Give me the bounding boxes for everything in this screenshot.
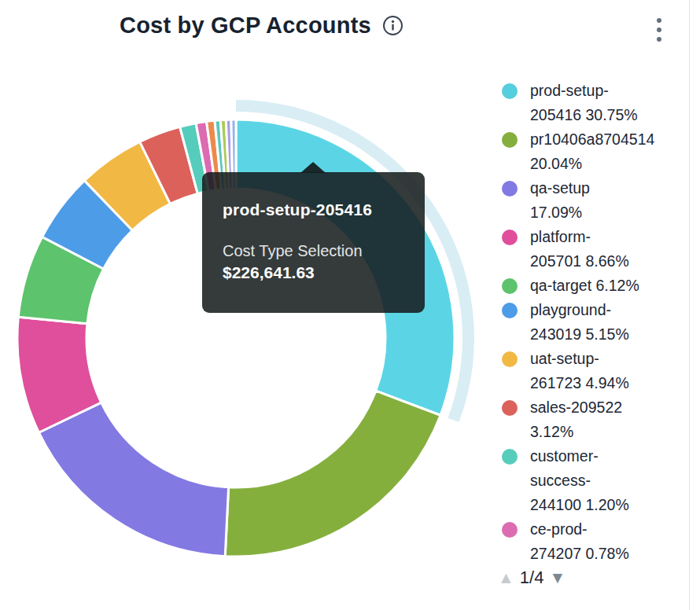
legend-item-prod-setup-205416[interactable]: prod-setup-205416 30.75% xyxy=(502,79,691,127)
tooltip-cost-type-label: Cost Type Selection xyxy=(223,242,404,260)
legend-item-sales-209522[interactable]: sales-2095223.12% xyxy=(502,395,691,444)
legend-item-qa-target[interactable]: qa-target 6.12% xyxy=(502,274,691,298)
legend-item-ce-prod-274207[interactable]: ce-prod-274207 0.78% xyxy=(502,517,691,564)
legend-label: prod-setup-205416 30.75% xyxy=(530,79,638,127)
legend-item-uat-setup-261723[interactable]: uat-setup-261723 4.94% xyxy=(502,347,691,395)
legend-item-qa-setup[interactable]: qa-setup17.09% xyxy=(502,176,691,225)
legend-page-indicator: 1/4 xyxy=(520,568,544,588)
legend-dot xyxy=(502,351,518,367)
legend-label: qa-target 6.12% xyxy=(530,274,639,298)
legend-dot xyxy=(502,132,518,148)
legend-item-pr10406a8704514[interactable]: pr10406a870451420.04% xyxy=(502,127,691,176)
legend-label: platform-205701 8.66% xyxy=(530,225,629,274)
tooltip-title: prod-setup-205416 xyxy=(223,200,404,219)
legend-label: pr10406a870451420.04% xyxy=(530,127,654,176)
legend-label: uat-setup-261723 4.94% xyxy=(530,347,629,395)
legend-label: ce-prod-274207 0.78% xyxy=(530,517,629,564)
tooltip-cost-value: $226,641.63 xyxy=(223,263,404,282)
legend-label: customer-success-244100 1.20% xyxy=(530,444,629,517)
legend-pagination: ▲ 1/4 ▼ xyxy=(498,568,566,588)
legend-label: sales-2095223.12% xyxy=(530,395,622,444)
legend-label: playground-243019 5.15% xyxy=(530,298,629,347)
legend-dot xyxy=(502,449,518,465)
legend-page-up-icon[interactable]: ▲ xyxy=(498,568,514,587)
legend-dot xyxy=(502,230,518,245)
donut-slice-qa-setup[interactable] xyxy=(39,402,228,556)
donut-slice-pr10406a8704514[interactable] xyxy=(225,391,440,557)
legend-item-playground-243019[interactable]: playground-243019 5.15% xyxy=(502,298,691,347)
legend-dot xyxy=(502,278,518,294)
legend-dot xyxy=(502,83,518,99)
tooltip-arrow xyxy=(300,162,326,173)
legend-dot xyxy=(502,400,518,416)
legend-item-customer-success-244100[interactable]: customer-success-244100 1.20% xyxy=(502,444,691,517)
cost-by-gcp-accounts-card: Cost by GCP Accounts prod-setup-205416 C… xyxy=(0,0,690,610)
legend-dot xyxy=(502,522,518,538)
chart-tooltip: prod-setup-205416 Cost Type Selection $2… xyxy=(202,172,425,313)
legend-label: qa-setup17.09% xyxy=(530,176,590,225)
legend-page-down-icon[interactable]: ▼ xyxy=(549,568,566,587)
legend-dot xyxy=(502,303,518,318)
chart-legend: prod-setup-205416 30.75%pr10406a87045142… xyxy=(502,79,691,564)
legend-item-platform-205701[interactable]: platform-205701 8.66% xyxy=(502,225,691,274)
legend-dot xyxy=(502,181,518,197)
